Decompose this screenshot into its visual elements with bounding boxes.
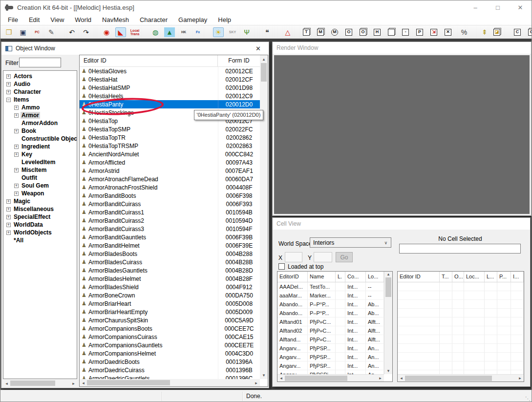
scroll-left-icon[interactable]: ◂: [398, 376, 405, 381]
collapse-icon[interactable]: −: [6, 98, 11, 102]
tree-item-key[interactable]: +Key: [3, 150, 77, 158]
save-icon[interactable]: ▣: [18, 27, 28, 37]
render-window-title[interactable]: Render Window: [273, 42, 531, 54]
tree-item-weapon[interactable]: +Weapon: [3, 190, 77, 197]
expand-icon[interactable]: +: [14, 145, 19, 149]
object-row-armorbladescuirass[interactable]: ♟ArmorBladesCuirass0004B28B: [80, 258, 260, 266]
collision-c-cube-icon[interactable]: C: [528, 29, 532, 36]
cells-hscroll-thumb[interactable]: [285, 376, 347, 381]
list-horizontal-scrollbar[interactable]: ◂ ▸: [80, 379, 260, 386]
cell-row[interactable]: Angarv...РђРЅР...Int...An...: [277, 344, 384, 353]
light-measure-icon[interactable]: △: [282, 27, 293, 37]
tree-item-outfit[interactable]: Outfit: [3, 174, 77, 182]
version-control-icon[interactable]: PC: [32, 27, 43, 37]
expand-icon[interactable]: +: [14, 113, 19, 118]
expand-icon[interactable]: +: [6, 231, 11, 235]
object-row-armorbanditcuirass1[interactable]: ♟ArmorBanditCuirass10010594B: [80, 208, 260, 216]
refs-column-header-o[interactable]: O...: [452, 272, 464, 282]
snap-to-grid-icon[interactable]: ◉: [101, 27, 112, 37]
tree-item-constructible-objec[interactable]: Constructible Objec: [3, 135, 77, 143]
object-row-armorbandithelmet[interactable]: ♟ArmorBanditHelmet0006F39E: [80, 241, 260, 250]
object-row-armorbladesgauntlets[interactable]: ♟ArmorBladesGauntlets0004B28D: [80, 266, 260, 275]
filter-input[interactable]: [19, 58, 61, 67]
cell-row[interactable]: Abando...Р–Р°Р...Int...Ab...: [277, 300, 384, 309]
water-fx-icon[interactable]: Fx: [192, 27, 203, 37]
expand-icon[interactable]: +: [6, 215, 11, 219]
object-row-armoratronachflamedead[interactable]: ♟ArmorAtronachFlameDead00060DA7: [80, 175, 260, 183]
landscape-icon[interactable]: ▲: [164, 27, 175, 37]
y-coordinate-input[interactable]: [314, 252, 332, 262]
expand-icon[interactable]: +: [6, 199, 11, 204]
light-cone-icon[interactable]: ⇞: [479, 27, 490, 37]
sky-icon[interactable]: SKY: [227, 27, 238, 37]
scroll-up-icon[interactable]: ▴: [260, 55, 268, 62]
object-window-title-bar[interactable]: Object Window ✕: [1, 42, 269, 55]
door-marker-icon[interactable]: ◪: [493, 29, 500, 36]
object-row-armorbanditcuirass2[interactable]: ♟ArmorBanditCuirass20010594D: [80, 216, 260, 225]
multibound-link-icon[interactable]: %: [459, 27, 469, 37]
object-row-armorbladesboots[interactable]: ♟ArmorBladesBoots0004B288: [80, 250, 260, 258]
render-viewport[interactable]: [274, 55, 530, 214]
cell-row[interactable]: AAADel...TestTo...Int...--: [277, 282, 384, 291]
menu-character[interactable]: Character: [134, 15, 173, 24]
tree-item-armoraddon[interactable]: ArmorAddon: [3, 119, 77, 127]
object-row-0hestiatoptr[interactable]: ♟0HestiaTopTR02002862: [80, 133, 260, 142]
tree-item-ingredient[interactable]: +Ingredient: [3, 143, 77, 150]
tree-item-armor[interactable]: +Armor: [3, 111, 77, 119]
open-icon[interactable]: ❒: [3, 27, 14, 37]
cell-row[interactable]: Alftand...РђР»С...Int...Alft...: [277, 335, 384, 344]
tree-hscroll-thumb[interactable]: [10, 381, 55, 386]
expand-icon[interactable]: +: [6, 90, 11, 94]
marker-m-circle-icon[interactable]: M: [331, 29, 338, 36]
object-row-armorcompanionscuirass[interactable]: ♟ArmorCompanionsCuirass000CAE15: [80, 333, 260, 341]
expand-icon[interactable]: +: [6, 82, 11, 86]
cell-row[interactable]: Abando...Р–Р°Р...Int...Ab...: [277, 309, 384, 317]
portal-p-icon[interactable]: P: [416, 29, 423, 36]
object-row-armorafflicted[interactable]: ♟ArmorAfflicted00097A43: [80, 158, 260, 167]
no-draw-icon[interactable]: ✕: [445, 29, 451, 36]
menu-world[interactable]: World: [69, 15, 97, 24]
object-row-armorbriarheart[interactable]: ♟ArmorBriarHeart0005D008: [80, 299, 260, 308]
object-row-armorcompanionsgauntlets[interactable]: ♟ArmorCompanionsGauntlets000CEE7E: [80, 341, 260, 349]
object-row-armordaedricgauntlets[interactable]: ♟ArmorDaedricGauntlets0001396C: [80, 374, 260, 379]
scroll-down-icon[interactable]: ▾: [260, 371, 268, 379]
room-bounds-icon[interactable]: ⇲: [430, 29, 437, 36]
loaded-at-top-checkbox[interactable]: [278, 263, 285, 270]
scroll-right-icon[interactable]: ▸: [516, 376, 524, 381]
x-coordinate-input[interactable]: [285, 252, 302, 262]
grass-icon[interactable]: Ψ: [241, 27, 252, 37]
cube-icon[interactable]: [388, 29, 395, 36]
list-vertical-scrollbar[interactable]: ▴ ▾: [260, 55, 268, 379]
tree-item-character[interactable]: +Character: [3, 88, 77, 96]
menu-gameplay[interactable]: Gameplay: [173, 15, 213, 24]
object-row-armoratronachfrostshield[interactable]: ♟ArmorAtronachFrostShield0004408F: [80, 183, 260, 191]
cell-filter-input[interactable]: [399, 244, 521, 254]
object-row-armorbonecrown[interactable]: ♟ArmorBoneCrown000DA750: [80, 291, 260, 299]
go-button[interactable]: Go: [336, 252, 353, 262]
tree-item-ammo[interactable]: +Ammo: [3, 104, 77, 111]
havok-icon[interactable]: HK: [178, 27, 189, 37]
cells-column-header-name[interactable]: Name: [308, 272, 336, 282]
dialogue-icon[interactable]: ❝: [262, 27, 273, 37]
menu-view[interactable]: View: [45, 15, 69, 24]
object-row-0hestiatoptrsmp[interactable]: ♟0HestiaTopTRSMP02002863: [80, 142, 260, 150]
list-hscroll-thumb[interactable]: [87, 380, 170, 385]
object-row-armorbanditgauntlets[interactable]: ♟ArmorBanditGauntlets0006F39B: [80, 233, 260, 241]
refs-column-header-loc[interactable]: Loc...: [464, 272, 485, 282]
refs-column-header-i[interactable]: I...: [511, 272, 524, 282]
cells-column-header-l[interactable]: L.: [336, 272, 345, 282]
tree-item-worldobjects[interactable]: +WorldObjects: [3, 229, 77, 236]
cell-row[interactable]: Angarv...РђРЅРі...Int...An...: [277, 370, 384, 374]
tree-item-worlddata[interactable]: +WorldData: [3, 221, 77, 229]
object-row-ancientnordamulet[interactable]: ♟AncientNordAmulet000CC842: [80, 150, 260, 158]
tree-item-miscitem[interactable]: +MiscItem: [3, 166, 77, 174]
scroll-down-icon[interactable]: ▾: [385, 368, 392, 374]
object-row-armorcompanionsboots[interactable]: ♟ArmorCompanionsBoots000CEE7C: [80, 324, 260, 333]
scroll-left-icon[interactable]: ◂: [3, 381, 10, 386]
tree-item-leveleditem[interactable]: LeveledItem: [3, 158, 77, 166]
menu-edit[interactable]: Edit: [23, 15, 45, 24]
expand-icon[interactable]: +: [14, 106, 19, 110]
cell-view-title[interactable]: Cell View: [273, 218, 530, 230]
cell-row[interactable]: Alftand01РђР»С...Int...Alft...: [277, 317, 384, 326]
cell-row[interactable]: aaaMar...Marker...Int...--: [277, 291, 384, 300]
